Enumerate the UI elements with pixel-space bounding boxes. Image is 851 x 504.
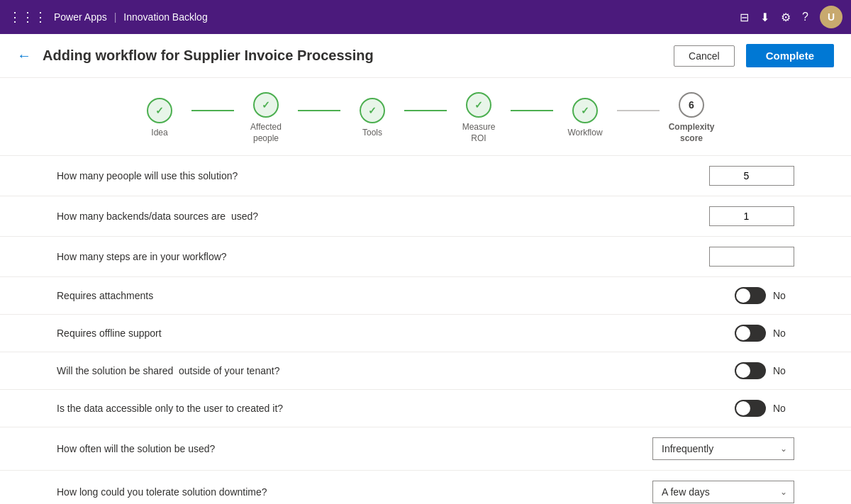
step-workflow-label: Workflow [567,128,602,139]
backends-count-label: How many backends/data sources are used? [57,211,709,222]
window-icon[interactable]: ⊟ [740,11,749,24]
topbar: ⋮⋮⋮ Power Apps | Innovation Backlog ⊟ ⬇ … [0,0,851,34]
connector-3 [404,110,447,111]
settings-icon[interactable]: ⚙ [781,11,791,24]
shared-toggle-group: No [735,362,794,379]
how-often-select-wrapper: Infrequently Occasionally Frequently Dai… [652,437,794,460]
step-affected-label: Affectedpeople [250,122,282,144]
connector-4 [511,110,553,111]
how-often-select[interactable]: Infrequently Occasionally Frequently Dai… [652,437,794,460]
back-button[interactable]: ← [17,47,31,64]
form-row-downtime: How long could you tolerate solution dow… [0,471,851,504]
page-header: ← Adding workflow for Supplier Invoice P… [0,34,851,78]
connector-5 [617,110,660,111]
check-icon [262,99,270,111]
section-name-label: Innovation Backlog [123,11,207,23]
steps-count-input[interactable] [709,247,794,267]
step-measure-circle [466,92,491,118]
offline-toggle[interactable] [735,325,766,342]
step-complexity-label: Complexityscore [669,122,715,144]
step-idea-label: Idea [151,128,167,139]
attachments-toggle-knob [736,289,750,303]
how-often-label: How often will the solution be used? [57,443,652,454]
downtime-label: How long could you tolerate solution dow… [57,486,652,498]
downtime-select-wrapper: A few days A few hours Less than an hour… [652,481,794,503]
form-row-people-count: How many peoople will use this solution? [0,156,851,196]
connector-2 [298,110,340,111]
offline-toggle-knob [736,326,750,340]
step-tools-label: Tools [362,128,382,139]
data-access-toggle-group: No [735,400,794,417]
data-access-label: Is the data accessible only to the user … [57,403,735,414]
check-icon [474,99,483,111]
form-area: How many peoople will use this solution?… [0,156,851,504]
step-workflow[interactable]: Workflow [553,98,617,139]
shared-label: Will the solution be shared outside of y… [57,365,735,376]
form-row-backends-count: How many backends/data sources are used? [0,196,851,237]
page-title: Adding workflow for Supplier Invoice Pro… [43,47,662,64]
help-icon[interactable]: ? [802,11,808,23]
check-icon [368,105,377,116]
attachments-label: Requires attachments [57,290,735,301]
attachments-toggle-label: No [773,290,794,301]
step-tools[interactable]: Tools [340,98,404,139]
step-complexity[interactable]: 6 Complexityscore [660,92,723,144]
form-row-attachments: Requires attachments No [0,277,851,315]
step-affected-people[interactable]: Affectedpeople [234,92,298,144]
grid-icon[interactable]: ⋮⋮⋮ [9,9,47,25]
data-access-toggle-label: No [773,403,794,414]
form-row-shared: Will the solution be shared outside of y… [0,352,851,390]
people-count-label: How many peoople will use this solution? [57,170,709,181]
attachments-toggle[interactable] [735,287,766,304]
form-row-steps-count: How many steps are in your workflow? [0,237,851,277]
steps-count-label: How many steps are in your workflow? [57,251,709,262]
people-count-input[interactable] [709,166,794,186]
step-measure-label: MeasureROI [462,122,496,144]
offline-toggle-group: No [735,325,794,342]
form-row-offline: Requires offline support No [0,315,851,352]
main-content: ← Adding workflow for Supplier Invoice P… [0,34,851,504]
topbar-separator: | [114,11,117,23]
step-measure-roi[interactable]: MeasureROI [447,92,511,144]
check-icon [155,105,164,116]
step-workflow-circle [572,98,598,123]
shared-toggle-label: No [773,365,794,376]
download-icon[interactable]: ⬇ [760,11,769,24]
avatar[interactable]: U [820,6,842,28]
app-name-label: Power Apps [54,11,107,23]
attachments-toggle-group: No [735,287,794,304]
form-row-data-access: Is the data accessible only to the user … [0,390,851,427]
offline-label: Requires offline support [57,327,735,339]
step-complexity-circle: 6 [679,92,704,118]
offline-toggle-label: No [773,327,794,339]
data-access-toggle-knob [736,401,750,415]
complete-button[interactable]: Complete [746,44,834,67]
topbar-right: ⊟ ⬇ ⚙ ? U [740,6,842,28]
step-idea-circle [147,98,172,123]
form-row-how-often: How often will the solution be used? Inf… [0,427,851,471]
shared-toggle[interactable] [735,362,766,379]
step-tools-circle [360,98,385,123]
check-icon [581,105,589,116]
step-affected-circle [253,92,279,118]
steps-container: Idea Affectedpeople Tools MeasureROI [0,78,851,156]
connector-1 [191,110,234,111]
data-access-toggle[interactable] [735,400,766,417]
step-complexity-number: 6 [689,99,694,111]
backends-count-input[interactable] [709,206,794,226]
shared-toggle-knob [736,364,750,378]
step-idea[interactable]: Idea [128,98,191,139]
cancel-button[interactable]: Cancel [674,45,735,67]
downtime-select[interactable]: A few days A few hours Less than an hour… [652,481,794,503]
